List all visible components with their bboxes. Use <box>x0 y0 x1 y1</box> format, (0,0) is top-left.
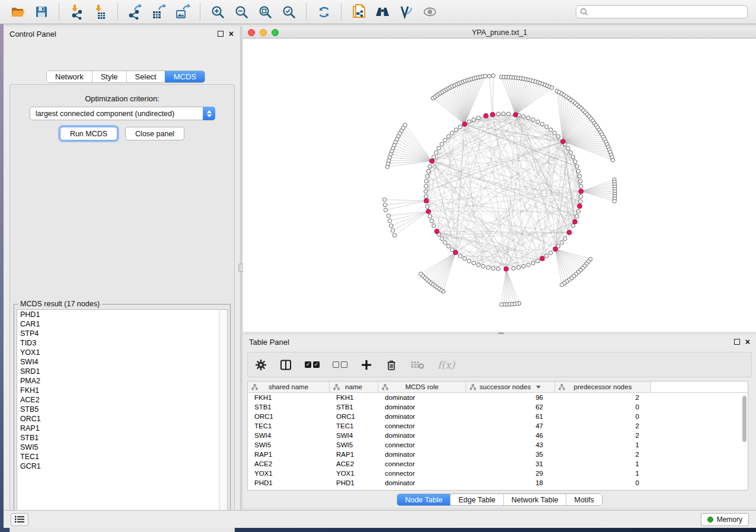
close-panel-icon[interactable]: × <box>229 31 234 37</box>
table-row[interactable]: SWI4SWI4dominator462 <box>248 431 748 440</box>
zoom-out-icon[interactable] <box>231 2 251 21</box>
table-row[interactable]: STB1STB1dominator620 <box>248 402 748 412</box>
table-row[interactable]: ORC1ORC1dominator610 <box>248 412 748 421</box>
open-file-icon[interactable] <box>8 2 28 21</box>
mcds-result-item[interactable]: PMA2 <box>17 376 227 386</box>
network-canvas[interactable] <box>243 39 756 332</box>
search-input[interactable] <box>588 8 744 16</box>
mcds-result-item[interactable]: GCR1 <box>17 462 227 471</box>
find-binoculars-icon[interactable] <box>372 2 393 21</box>
memory-button[interactable]: Memory <box>701 513 749 526</box>
network-title: YPA_prune.txt_1 <box>243 28 756 37</box>
table-cell: 2 <box>555 422 651 430</box>
optimization-criterion-select[interactable]: largest connected component (undirected) <box>30 107 215 120</box>
tab-edge-table[interactable]: Edge Table <box>450 494 503 505</box>
import-network-icon[interactable] <box>66 2 87 21</box>
table-row[interactable]: RAP1RAP1dominator352 <box>248 450 748 459</box>
task-history-icon[interactable] <box>11 513 28 526</box>
save-icon[interactable] <box>31 2 52 21</box>
column-header-predecessor-nodes[interactable]: predecessor nodes <box>555 382 651 392</box>
tab-motifs[interactable]: Motifs <box>566 494 601 505</box>
table-settings-icon[interactable] <box>255 359 267 371</box>
delete-column-icon[interactable] <box>385 359 397 371</box>
close-panel-icon[interactable]: × <box>745 339 750 345</box>
tab-network-table[interactable]: Network Table <box>503 494 566 505</box>
table-cell: dominator <box>378 479 466 486</box>
column-header-MCDS-role[interactable]: MCDS role <box>378 382 466 392</box>
mcds-result-item[interactable]: STP4 <box>17 329 227 338</box>
column-type-icon <box>251 384 258 390</box>
mcds-result-item[interactable]: SWI5 <box>17 443 227 452</box>
mcds-result-item[interactable]: FKH1 <box>17 386 227 395</box>
mcds-result-item[interactable]: RAP1 <box>17 424 227 433</box>
mcds-result-item[interactable]: SRD1 <box>17 367 227 376</box>
mcds-list-scrollbar[interactable] <box>219 310 227 521</box>
refresh-icon[interactable] <box>314 2 334 21</box>
mcds-result-item[interactable]: ACE2 <box>17 395 227 405</box>
network-view-window: YPA_prune.txt_1 <box>243 27 756 332</box>
zoom-selected-icon[interactable] <box>279 2 299 21</box>
splitter-handle[interactable] <box>498 332 504 334</box>
zoom-in-icon[interactable] <box>208 2 228 21</box>
mcds-result-item[interactable]: TEC1 <box>17 452 227 462</box>
table-row[interactable]: SWI5SWI5connector431 <box>248 440 748 450</box>
close-panel-button[interactable]: Close panel <box>125 127 184 140</box>
export-table-icon[interactable] <box>149 2 169 21</box>
mcds-result-item[interactable]: SWI4 <box>17 357 227 367</box>
table-row[interactable]: ACE2ACE2connector311 <box>248 459 748 469</box>
import-table-icon[interactable] <box>90 2 110 21</box>
show-columns-icon[interactable] <box>280 359 292 371</box>
select-stepper-icon <box>203 107 215 120</box>
table-cell: 96 <box>466 394 555 401</box>
mcds-result-item[interactable]: YOX1 <box>17 348 227 357</box>
search-field[interactable] <box>576 5 748 18</box>
column-header-successor-nodes[interactable]: successor nodes <box>466 382 555 392</box>
table-scrollbar[interactable] <box>742 396 747 442</box>
eye-icon[interactable] <box>420 2 440 21</box>
deselect-all-icon[interactable] <box>333 361 347 368</box>
toolbar-separator <box>341 4 342 20</box>
table-cell: STB1 <box>248 403 330 411</box>
zoom-fit-icon[interactable] <box>255 2 275 21</box>
tab-mcds[interactable]: MCDS <box>165 71 205 82</box>
share-document-icon[interactable] <box>349 2 369 21</box>
export-image-icon[interactable] <box>173 2 193 21</box>
tab-style[interactable]: Style <box>92 71 126 82</box>
export-network-icon[interactable] <box>125 2 145 21</box>
delete-table-icon[interactable] <box>410 360 425 370</box>
table-tabs: Node TableEdge TableNetwork TableMotifs <box>397 493 602 506</box>
table-cell: dominator <box>378 394 466 401</box>
tab-network[interactable]: Network <box>47 71 92 82</box>
table-cell: FKH1 <box>330 394 378 401</box>
table-row[interactable]: FKH1FKH1dominator962 <box>248 393 748 402</box>
column-label: predecessor nodes <box>574 383 632 390</box>
mcds-result-item[interactable]: ORC1 <box>17 414 227 424</box>
main-toolbar <box>0 0 756 24</box>
vizmapper-icon[interactable] <box>396 2 416 21</box>
table-row[interactable]: TEC1TEC1connector472 <box>248 421 748 431</box>
table-cell: 2 <box>555 394 651 401</box>
float-panel-icon[interactable] <box>734 339 740 345</box>
table-cell: YOX1 <box>330 470 378 477</box>
table-cell: PHD1 <box>330 479 378 486</box>
tab-node-table[interactable]: Node Table <box>397 494 450 505</box>
node-table[interactable]: shared namenameMCDS rolesuccessor nodesp… <box>247 381 748 491</box>
table-row[interactable]: YOX1YOX1connector291 <box>248 469 748 478</box>
run-mcds-button[interactable]: Run MCDS <box>60 127 117 140</box>
apply-function-icon[interactable]: f(x) <box>438 359 455 371</box>
column-header-name[interactable]: name <box>330 382 378 392</box>
table-header-row: shared namenameMCDS rolesuccessor nodesp… <box>248 382 748 393</box>
select-all-icon[interactable]: ✓✓ <box>305 361 320 368</box>
mcds-result-item[interactable]: STB5 <box>17 405 227 414</box>
mcds-result-item[interactable]: TID3 <box>17 338 227 348</box>
column-header-shared-name[interactable]: shared name <box>248 382 330 392</box>
tab-select[interactable]: Select <box>126 71 165 82</box>
mcds-result-item[interactable]: PHD1 <box>17 310 227 319</box>
table-row[interactable]: PHD1PHD1dominator180 <box>248 478 748 488</box>
table-cell: ACE2 <box>330 460 378 467</box>
table-cell: SWI4 <box>248 432 330 439</box>
mcds-result-item[interactable]: CAR1 <box>17 319 227 329</box>
mcds-result-item[interactable]: STB1 <box>17 433 227 443</box>
float-panel-icon[interactable] <box>218 31 224 37</box>
add-column-icon[interactable] <box>361 359 372 371</box>
